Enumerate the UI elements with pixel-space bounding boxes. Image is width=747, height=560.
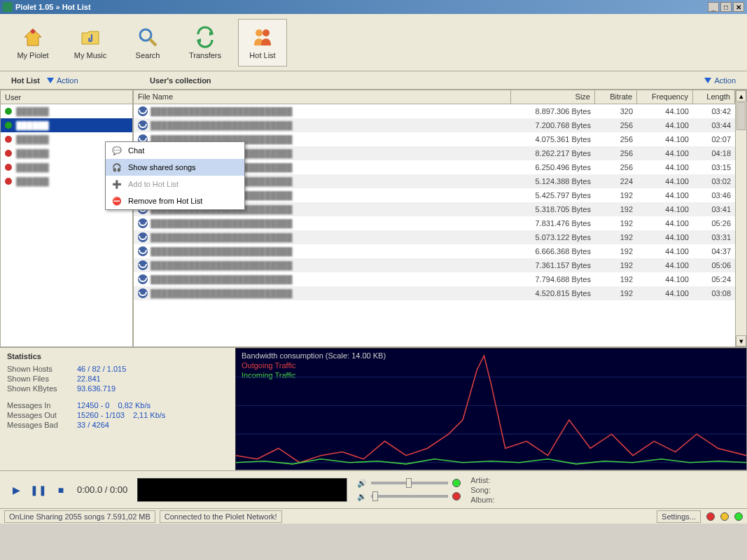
table-row[interactable]: ██████████████████████████5.073.122 Byte…: [134, 230, 735, 244]
table-row[interactable]: ██████████████████████████4.520.815 Byte…: [134, 286, 735, 300]
file-name: ██████████████████████████: [151, 219, 293, 227]
user-name: ██████: [16, 177, 49, 186]
cell-bitrate: 224: [595, 176, 637, 187]
user-column-header[interactable]: User: [1, 90, 132, 104]
cell-freq: 44.100: [637, 232, 693, 243]
cell-bitrate: 192: [595, 246, 637, 257]
toolbar-label: Transfers: [189, 51, 221, 59]
user-row[interactable]: ██████: [1, 104, 132, 118]
user-name: ██████: [16, 107, 49, 115]
search-icon: [137, 26, 159, 48]
main-content: User ███████████████████████████████████…: [0, 90, 747, 347]
cell-bitrate: 256: [595, 162, 637, 173]
cell-bitrate: 192: [595, 260, 637, 271]
user-name: ██████: [16, 163, 49, 172]
cell-bitrate: 256: [595, 120, 637, 131]
cell-bitrate: 192: [595, 218, 637, 229]
cell-length: 03:46: [693, 190, 735, 201]
player-bar: ▶ ❚❚ ■ 0:00.0 / 0:00 🔊 🔉 Artist: Song: A…: [0, 470, 747, 508]
close-button[interactable]: ✕: [733, 2, 744, 12]
play-button[interactable]: ▶: [10, 484, 22, 496]
cell-bitrate: 192: [595, 190, 637, 201]
audio-icon: [138, 260, 148, 270]
toolbar-label: Search: [136, 51, 160, 59]
maximize-button[interactable]: □: [720, 2, 732, 12]
toolbar-search[interactable]: Search: [123, 19, 172, 66]
collection-title: User's collection: [150, 76, 211, 85]
toolbar-hot-list[interactable]: Hot List: [238, 19, 287, 66]
cell-length: 04:37: [693, 246, 735, 257]
table-row[interactable]: ██████████████████████████6.666.368 Byte…: [134, 244, 735, 258]
pause-button[interactable]: ❚❚: [32, 484, 45, 496]
toolbar-label: My Piolet: [17, 51, 48, 59]
status-dot: [5, 122, 12, 129]
menu-show-shared[interactable]: 🎧 Show shared songs: [106, 159, 244, 176]
file-name: ██████████████████████████: [151, 275, 293, 284]
col-size[interactable]: Size: [511, 90, 595, 104]
user-name: ██████: [16, 135, 49, 144]
app-icon: [3, 2, 13, 12]
volume-slider[interactable]: [371, 495, 448, 498]
cell-length: 03:15: [693, 162, 735, 173]
table-row[interactable]: ██████████████████████████7.794.688 Byte…: [134, 272, 735, 286]
window-title: Piolet 1.05 » Hot List: [15, 3, 91, 11]
user-list: ████████████████████████████████████: [1, 104, 132, 346]
file-name: ██████████████████████████: [151, 289, 293, 298]
cell-bitrate: 192: [595, 204, 637, 215]
file-name: ██████████████████████████: [151, 247, 293, 255]
green-led: [452, 479, 461, 487]
cell-length: 02:07: [693, 134, 735, 145]
status-led-yellow: [720, 512, 729, 521]
cell-length: 03:44: [693, 120, 735, 131]
col-length[interactable]: Length: [693, 90, 735, 104]
toolbar-my-piolet[interactable]: My Piolet: [8, 19, 57, 66]
add-icon: ➕: [111, 178, 123, 190]
svg-point-0: [31, 29, 35, 34]
scroll-down-button[interactable]: ▾: [736, 335, 746, 346]
cell-freq: 44.100: [637, 106, 693, 117]
cell-freq: 44.100: [637, 260, 693, 271]
cell-freq: 44.100: [637, 218, 693, 229]
cell-freq: 44.100: [637, 274, 693, 285]
remove-icon: ⛔: [111, 195, 123, 206]
cell-size: 4.520.815 Bytes: [511, 288, 595, 299]
hot-list-action[interactable]: Action: [47, 76, 78, 85]
cell-freq: 44.100: [637, 162, 693, 173]
cell-size: 7.831.476 Bytes: [511, 218, 595, 229]
col-frequency[interactable]: Frequency: [637, 90, 693, 104]
scroll-thumb[interactable]: [736, 102, 746, 130]
status-settings[interactable]: Settings...: [657, 510, 701, 523]
balance-slider[interactable]: [371, 482, 448, 484]
toolbar-transfers[interactable]: Transfers: [181, 19, 230, 66]
cell-bitrate: 256: [595, 134, 637, 145]
stop-button[interactable]: ■: [55, 484, 67, 496]
menu-chat[interactable]: 💬 Chat: [106, 142, 244, 159]
menu-remove-hotlist[interactable]: ⛔ Remove from Hot List: [106, 192, 244, 209]
table-row[interactable]: ██████████████████████████8.897.306 Byte…: [134, 104, 735, 118]
table-header: File Name Size Bitrate Frequency Length: [134, 90, 735, 104]
scroll-up-button[interactable]: ▴: [736, 90, 746, 102]
headphones-icon: 🎧: [111, 162, 123, 173]
cell-size: 5.318.705 Bytes: [511, 204, 595, 215]
transfers-icon: [194, 26, 216, 48]
status-connection: Connected to the Piolet Network!: [160, 510, 282, 523]
hot-list-pane: User ███████████████████████████████████…: [0, 90, 133, 347]
col-filename[interactable]: File Name: [134, 90, 511, 104]
vertical-scrollbar[interactable]: ▴ ▾: [735, 90, 746, 346]
cell-bitrate: 192: [595, 288, 637, 299]
toolbar-my-music[interactable]: My Music: [66, 19, 115, 66]
user-row[interactable]: ██████: [1, 118, 132, 132]
visualizer: [137, 478, 347, 502]
minimize-button[interactable]: _: [708, 2, 719, 12]
people-icon: [251, 26, 274, 48]
cell-length: 05:24: [693, 274, 735, 285]
status-dot: [5, 164, 12, 171]
collection-action[interactable]: Action: [704, 76, 736, 85]
col-bitrate[interactable]: Bitrate: [595, 90, 637, 104]
cell-freq: 44.100: [637, 134, 693, 145]
table-row[interactable]: ██████████████████████████7.361.157 Byte…: [134, 258, 735, 272]
table-row[interactable]: ██████████████████████████7.200.768 Byte…: [134, 118, 735, 132]
svg-line-2: [150, 39, 156, 46]
chat-icon: 💬: [111, 145, 123, 156]
table-row[interactable]: ██████████████████████████7.831.476 Byte…: [134, 216, 735, 230]
